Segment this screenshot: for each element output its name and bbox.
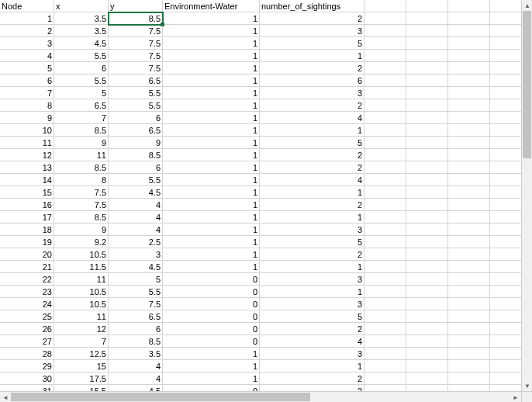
data-cell[interactable]: 0 [163,273,260,286]
data-cell[interactable]: 1 [163,62,260,75]
data-cell[interactable]: 5 [260,37,364,50]
empty-cell[interactable] [406,310,448,323]
empty-cell[interactable] [364,174,406,186]
data-cell[interactable]: 1 [163,248,260,261]
empty-cell[interactable] [406,199,448,211]
empty-cell[interactable] [406,112,448,124]
data-cell[interactable]: 7.5 [109,62,163,75]
data-cell[interactable]: 2 [260,248,364,261]
empty-cell[interactable] [364,124,406,137]
data-cell[interactable]: 2 [260,99,364,112]
data-cell[interactable]: 8.5 [109,335,163,348]
empty-cell[interactable] [406,298,448,310]
empty-cell[interactable] [448,310,490,323]
data-cell[interactable]: 3 [260,348,364,360]
data-cell[interactable]: 1 [260,50,364,62]
empty-cell[interactable] [448,161,490,174]
empty-cell[interactable] [364,99,406,112]
empty-cell[interactable] [448,224,490,236]
data-cell[interactable]: 11 [54,149,109,161]
empty-cell[interactable] [448,298,490,310]
data-cell[interactable]: 6.5 [109,75,163,87]
data-cell[interactable]: 6 [0,75,54,87]
data-cell[interactable]: 1 [163,124,260,137]
data-cell[interactable]: 1 [260,360,364,373]
scroll-up-icon[interactable]: ▲ [522,0,532,11]
empty-cell[interactable] [406,261,448,273]
data-cell[interactable]: 1 [260,124,364,137]
data-cell[interactable]: 9 [54,224,109,236]
empty-cell[interactable] [364,360,406,373]
empty-cell[interactable] [364,25,406,37]
data-cell[interactable]: 5.5 [109,286,163,298]
data-cell[interactable]: 14 [0,174,54,186]
empty-cell[interactable] [448,323,490,335]
data-cell[interactable]: 1 [0,12,54,25]
data-cell[interactable]: 4 [260,112,364,124]
empty-cell[interactable] [448,112,490,124]
data-cell[interactable]: 2 [260,161,364,174]
empty-cell[interactable] [364,112,406,124]
empty-cell[interactable] [364,298,406,310]
data-cell[interactable]: 0 [163,310,260,323]
data-cell[interactable]: 11.5 [54,261,109,273]
data-cell[interactable]: 9.2 [54,236,109,248]
empty-cell[interactable] [406,87,448,99]
scroll-track-horizontal[interactable] [11,392,510,402]
empty-cell[interactable] [448,373,490,385]
empty-cell[interactable] [364,87,406,99]
empty-cell[interactable] [364,149,406,161]
data-cell[interactable]: 5 [109,273,163,286]
data-cell[interactable]: 1 [260,186,364,199]
empty-cell[interactable] [448,335,490,348]
empty-cell[interactable] [364,236,406,248]
data-cell[interactable]: 1 [260,261,364,273]
empty-cell[interactable] [364,310,406,323]
empty-cell[interactable] [406,161,448,174]
data-cell[interactable]: 28 [0,348,54,360]
empty-cell[interactable] [406,0,448,12]
data-cell[interactable]: 1 [163,99,260,112]
empty-cell[interactable] [364,348,406,360]
data-cell[interactable]: 1 [163,25,260,37]
data-cell[interactable]: 27 [0,335,54,348]
column-header[interactable]: Node [0,0,54,12]
empty-cell[interactable] [406,25,448,37]
empty-cell[interactable] [406,124,448,137]
scroll-track-vertical[interactable] [522,11,532,380]
data-cell[interactable]: 0 [163,286,260,298]
data-cell[interactable]: 7.5 [109,37,163,50]
data-cell[interactable]: 8 [54,174,109,186]
empty-cell[interactable] [448,261,490,273]
empty-cell[interactable] [406,335,448,348]
empty-cell[interactable] [364,186,406,199]
data-cell[interactable]: 15 [0,186,54,199]
empty-cell[interactable] [364,50,406,62]
data-cell[interactable]: 22 [0,273,54,286]
empty-cell[interactable] [364,273,406,286]
empty-cell[interactable] [448,137,490,149]
data-cell[interactable]: 1 [260,211,364,224]
empty-cell[interactable] [364,211,406,224]
data-cell[interactable]: 3 [260,224,364,236]
data-cell[interactable]: 6 [109,112,163,124]
empty-cell[interactable] [364,137,406,149]
data-cell[interactable]: 6.5 [109,124,163,137]
data-cell[interactable]: 10.5 [54,298,109,310]
empty-cell[interactable] [448,62,490,75]
data-cell[interactable]: 12 [54,323,109,335]
empty-cell[interactable] [364,161,406,174]
empty-cell[interactable] [364,37,406,50]
data-cell[interactable]: 4 [260,335,364,348]
empty-cell[interactable] [406,286,448,298]
empty-cell[interactable] [364,199,406,211]
active-cell[interactable]: 8.5 [109,12,163,25]
data-cell[interactable]: 4 [109,373,163,385]
data-cell[interactable]: 3 [109,248,163,261]
empty-cell[interactable] [448,360,490,373]
data-cell[interactable]: 6 [260,75,364,87]
data-cell[interactable]: 1 [163,50,260,62]
data-cell[interactable]: 15 [54,360,109,373]
data-cell[interactable]: 10.5 [54,286,109,298]
empty-cell[interactable] [448,211,490,224]
